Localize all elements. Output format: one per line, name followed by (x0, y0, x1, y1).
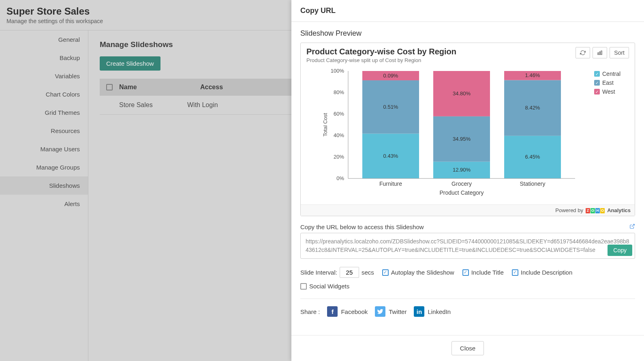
svg-text:Furniture: Furniture (379, 180, 402, 187)
sidebar-item-chart-colors[interactable]: Chart Colors (0, 85, 88, 103)
share-twitter[interactable]: Twitter (375, 306, 407, 317)
include-title-checkbox[interactable]: ✓ (462, 269, 469, 276)
url-text[interactable]: https://preanalytics.localzoho.com/ZDBSl… (306, 237, 630, 254)
svg-text:0.51%: 0.51% (383, 104, 398, 110)
svg-text:34.95%: 34.95% (453, 136, 471, 142)
svg-text:Grocery: Grocery (451, 180, 472, 187)
chart-legend: ✓Central✓East✓West (594, 69, 631, 200)
refresh-icon[interactable] (576, 47, 590, 58)
sidebar-item-resources[interactable]: Resources (0, 122, 88, 140)
svg-text:1.46%: 1.46% (525, 72, 540, 78)
sidebar-item-variables[interactable]: Variables (0, 67, 88, 85)
social-widgets-label: Social Widgets (309, 283, 349, 290)
copy-url-modal: Copy URL Slideshow Preview Product Categ… (291, 0, 644, 361)
svg-rect-1 (599, 52, 600, 55)
create-slideshow-button[interactable]: Create Slideshow (100, 56, 160, 71)
slide-interval-input[interactable] (340, 267, 359, 278)
legend-item-central[interactable]: ✓Central (594, 71, 631, 77)
svg-text:80%: 80% (334, 89, 344, 95)
sidebar-item-manage-users[interactable]: Manage Users (0, 140, 88, 158)
svg-rect-2 (601, 51, 602, 54)
zoho-logo-icon: ZOHO (586, 208, 605, 213)
linkedin-icon: in (414, 306, 424, 317)
chart-type-icon[interactable] (593, 47, 607, 58)
autoplay-label: Autoplay the Slideshow (391, 269, 454, 276)
sidebar-item-alerts[interactable]: Alerts (0, 195, 88, 213)
svg-text:Total Cost: Total Cost (322, 113, 328, 136)
sidebar-item-grid-themes[interactable]: Grid Themes (0, 103, 88, 122)
svg-text:Product Category: Product Category (440, 189, 484, 196)
facebook-icon: f (327, 306, 338, 317)
svg-text:40%: 40% (334, 132, 344, 138)
social-widgets-checkbox[interactable] (300, 283, 307, 290)
chart-card: Product Category-wise Cost by Region Pro… (300, 43, 635, 216)
svg-text:0.09%: 0.09% (383, 73, 398, 79)
modal-title: Copy URL (291, 0, 644, 22)
svg-text:6.45%: 6.45% (525, 154, 540, 160)
svg-text:20%: 20% (334, 154, 344, 160)
autoplay-checkbox[interactable]: ✓ (382, 269, 389, 276)
svg-text:Stationery: Stationery (520, 180, 545, 187)
sidebar-item-general[interactable]: General (0, 30, 88, 49)
svg-text:0%: 0% (336, 175, 344, 181)
close-button[interactable]: Close (451, 341, 484, 355)
chart-subtitle: Product Category-wise split up of Cost b… (306, 57, 576, 63)
twitter-icon (375, 306, 385, 317)
sidebar-item-backup[interactable]: Backup (0, 49, 88, 67)
svg-text:100%: 100% (331, 69, 344, 74)
svg-text:34.80%: 34.80% (453, 90, 471, 97)
include-desc-checkbox[interactable]: ✓ (512, 269, 518, 276)
slide-interval-label: Slide Interval: (300, 269, 337, 276)
legend-item-west[interactable]: ✓West (594, 88, 631, 95)
col-name: Name (119, 84, 200, 91)
row-name: Store Sales (106, 101, 187, 109)
svg-text:12.90%: 12.90% (453, 167, 471, 173)
svg-rect-0 (598, 53, 599, 55)
url-box: https://preanalytics.localzoho.com/ZDBSl… (300, 233, 635, 259)
svg-text:60%: 60% (334, 111, 344, 117)
settings-sidebar: GeneralBackupVariablesChart ColorsGrid T… (0, 30, 88, 361)
url-label: Copy the URL below to access this Slides… (300, 223, 424, 230)
sidebar-item-slideshows[interactable]: Slideshows (0, 176, 88, 195)
include-desc-label: Include Description (521, 269, 573, 276)
select-all-checkbox[interactable] (106, 84, 113, 90)
preview-label: Slideshow Preview (300, 29, 635, 38)
include-title-label: Include Title (471, 269, 504, 276)
share-facebook[interactable]: f Facebook (327, 306, 368, 317)
share-linkedin[interactable]: in LinkedIn (414, 306, 451, 317)
open-external-icon[interactable] (629, 223, 635, 230)
chart-title: Product Category-wise Cost by Region (306, 47, 576, 56)
sort-button[interactable]: Sort (610, 47, 629, 58)
sidebar-item-manage-groups[interactable]: Manage Groups (0, 158, 88, 176)
legend-item-east[interactable]: ✓East (594, 80, 631, 86)
svg-text:8.42%: 8.42% (525, 105, 540, 111)
powered-by: Powered by ZOHO Analytics (301, 204, 635, 216)
svg-text:0.43%: 0.43% (383, 153, 398, 159)
secs-label: secs (362, 269, 374, 276)
copy-button[interactable]: Copy (608, 245, 632, 256)
share-label: Share : (300, 308, 320, 315)
chart-plot-area: 0%20%40%60%80%100%Total Cost0.43%0.51%0.… (305, 69, 594, 200)
